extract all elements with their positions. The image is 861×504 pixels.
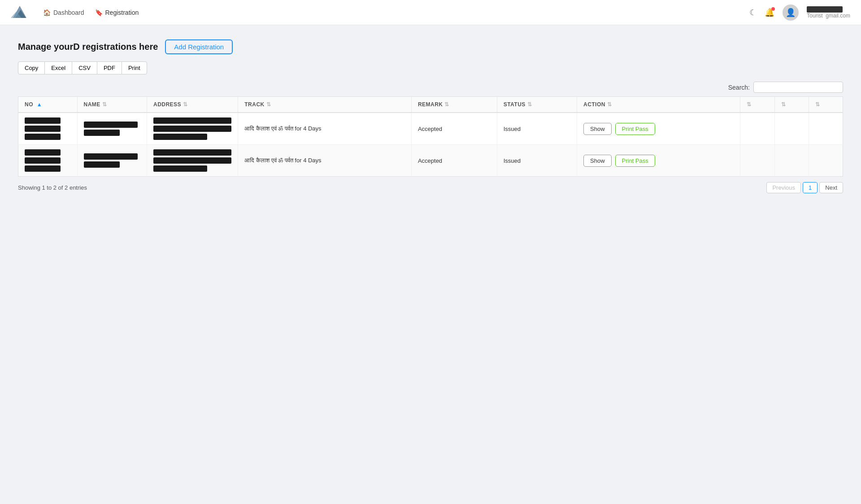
- redacted-addr3: [153, 134, 207, 140]
- print-button[interactable]: Print: [122, 61, 147, 74]
- col-action[interactable]: ACTION ⇅: [577, 97, 740, 113]
- cell-remark: Accepted: [411, 113, 497, 145]
- pdf-button[interactable]: PDF: [97, 61, 122, 74]
- col-extra2[interactable]: ⇅: [774, 97, 809, 113]
- cell-remark-2: Accepted: [411, 145, 497, 177]
- cell-e2: [774, 113, 809, 145]
- search-input[interactable]: [753, 82, 843, 93]
- col-address[interactable]: ADDRESS ⇅: [147, 97, 238, 113]
- cell-e21: [740, 145, 774, 177]
- cell-track: आदि कैलाश एवं ॐ पर्वत for 4 Days: [238, 113, 412, 145]
- table-header-row: NO ▲ NAME ⇅ ADDRESS ⇅ TRACK ⇅ REMARK ⇅ S…: [18, 97, 843, 113]
- next-button[interactable]: Next: [819, 182, 843, 193]
- nav-links: 🏠 Dashboard 🔖 Registration: [43, 9, 735, 16]
- cell-e22: [774, 145, 809, 177]
- page-header: Manage yourD registrations here Add Regi…: [18, 39, 843, 54]
- cell-no-2: [18, 145, 78, 177]
- pagination-row: Showing 1 to 2 of 2 entries Previous 1 N…: [18, 182, 843, 193]
- excel-button[interactable]: Excel: [44, 61, 72, 74]
- redacted-addr1: [153, 117, 231, 124]
- cell-status-2: Issued: [497, 145, 577, 177]
- track-text: आदि कैलाश एवं ॐ पर्वत for 4 Days: [244, 125, 321, 132]
- user-email: Tourist gmail.com: [807, 13, 850, 19]
- show-button-row2[interactable]: Show: [583, 155, 612, 167]
- user-name-redacted: [807, 6, 843, 13]
- page-1-button[interactable]: 1: [803, 182, 818, 193]
- cell-status: Issued: [497, 113, 577, 145]
- cell-e23: [809, 145, 843, 177]
- csv-button[interactable]: CSV: [72, 61, 97, 74]
- add-registration-button[interactable]: Add Registration: [165, 39, 233, 54]
- cell-name-2: [77, 145, 147, 177]
- status-text-2: Issued: [504, 157, 521, 164]
- cell-no: [18, 113, 78, 145]
- redacted-name21: [84, 153, 138, 160]
- table-row: आदि कैलाश एवं ॐ पर्वत for 4 Days Accepte…: [18, 113, 843, 145]
- user-info: Tourist gmail.com: [807, 6, 850, 19]
- redacted-addr22: [153, 157, 231, 164]
- page-title: Manage yourD registrations here: [18, 42, 158, 52]
- nav-registration[interactable]: 🔖 Registration: [95, 9, 139, 16]
- redacted-no2: [25, 126, 61, 132]
- action-cell: Show Print Pass: [583, 123, 734, 135]
- redacted-no3: [25, 134, 61, 140]
- status-text: Issued: [504, 126, 521, 132]
- col-no[interactable]: NO ▲: [18, 97, 78, 113]
- pagination-controls: Previous 1 Next: [766, 182, 843, 193]
- table-controls: Search:: [18, 82, 843, 93]
- col-remark[interactable]: REMARK ⇅: [411, 97, 497, 113]
- remark-text: Accepted: [418, 126, 442, 132]
- print-pass-button-row1[interactable]: Print Pass: [615, 123, 655, 135]
- redacted-no22: [25, 157, 61, 164]
- navbar: 🏠 Dashboard 🔖 Registration ☾ 🔔 👤 Tourist…: [0, 0, 861, 25]
- main-content: Manage yourD registrations here Add Regi…: [0, 25, 861, 208]
- registration-icon: 🔖: [95, 9, 103, 16]
- previous-button[interactable]: Previous: [766, 182, 801, 193]
- dark-mode-toggle[interactable]: ☾: [749, 8, 757, 17]
- show-button-row1[interactable]: Show: [583, 123, 612, 135]
- showing-text: Showing 1 to 2 of 2 entries: [18, 184, 87, 191]
- avatar: 👤: [783, 4, 799, 21]
- print-pass-button-row2[interactable]: Print Pass: [615, 155, 655, 167]
- col-track[interactable]: TRACK ⇅: [238, 97, 412, 113]
- redacted-name22: [84, 161, 120, 168]
- redacted-addr21: [153, 149, 231, 156]
- toolbar: Copy Excel CSV PDF Print: [18, 61, 843, 74]
- cell-track-2: आदि कैलाश एवं ॐ पर्वत for 4 Days: [238, 145, 412, 177]
- redacted-no21: [25, 149, 61, 156]
- col-status[interactable]: STATUS ⇅: [497, 97, 577, 113]
- cell-address-2: [147, 145, 238, 177]
- nav-dashboard[interactable]: 🏠 Dashboard: [43, 9, 84, 16]
- registrations-table: NO ▲ NAME ⇅ ADDRESS ⇅ TRACK ⇅ REMARK ⇅ S…: [18, 96, 843, 177]
- notification-dot: [771, 7, 775, 11]
- search-label: Search:: [728, 84, 750, 91]
- action-cell-2: Show Print Pass: [583, 155, 734, 167]
- cell-e3: [809, 113, 843, 145]
- redacted-name1: [84, 122, 138, 128]
- nav-right: ☾ 🔔 👤 Tourist gmail.com: [749, 4, 850, 21]
- cell-action-2: Show Print Pass: [577, 145, 740, 177]
- cell-address: [147, 113, 238, 145]
- cell-action: Show Print Pass: [577, 113, 740, 145]
- col-extra1[interactable]: ⇅: [740, 97, 774, 113]
- col-extra3[interactable]: ⇅: [809, 97, 843, 113]
- redacted-addr2: [153, 126, 231, 132]
- copy-button[interactable]: Copy: [18, 61, 45, 74]
- redacted-no1: [25, 117, 61, 124]
- table-row: आदि कैलाश एवं ॐ पर्वत for 4 Days Accepte…: [18, 145, 843, 177]
- redacted-addr23: [153, 165, 207, 172]
- notification-bell[interactable]: 🔔: [765, 8, 774, 17]
- col-name[interactable]: NAME ⇅: [77, 97, 147, 113]
- mountains-logo: [11, 4, 29, 22]
- track-text-2: आदि कैलाश एवं ॐ पर्वत for 4 Days: [244, 157, 321, 164]
- cell-e1: [740, 113, 774, 145]
- redacted-name2: [84, 130, 120, 136]
- cell-name: [77, 113, 147, 145]
- home-icon: 🏠: [43, 9, 51, 16]
- logo: [11, 4, 29, 22]
- redacted-no23: [25, 165, 61, 172]
- remark-text-2: Accepted: [418, 157, 442, 164]
